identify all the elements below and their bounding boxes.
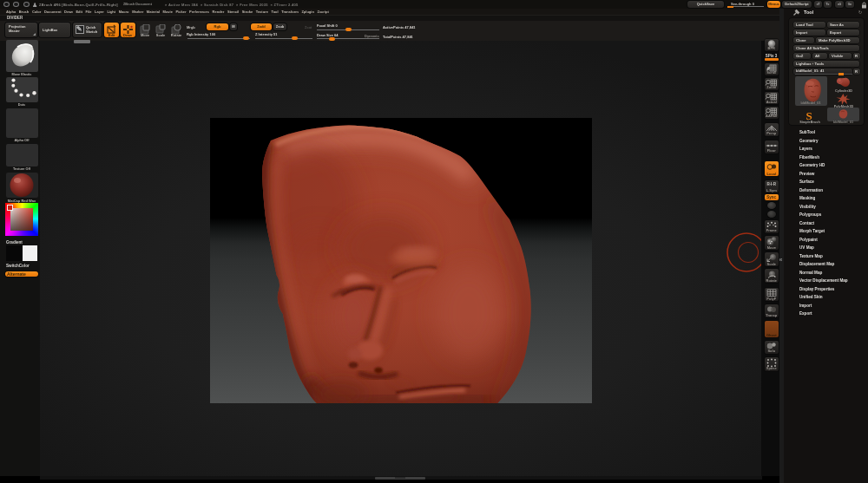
svg-text:S: S bbox=[806, 110, 812, 121]
